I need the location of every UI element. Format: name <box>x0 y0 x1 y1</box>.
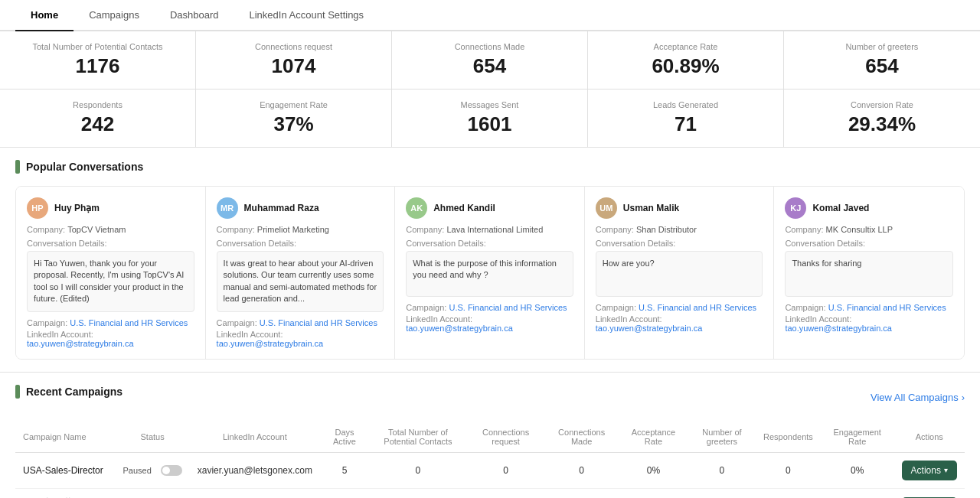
conv-details-label: Conversation Details: <box>217 239 384 248</box>
conv-linkedin: LinkedIn Account: tao.yuwen@strategybrai… <box>785 314 953 333</box>
table-column-header: Number of greeters <box>688 422 756 453</box>
campaign-actions: Actions <box>894 488 965 498</box>
main-nav: Home Campaigns Dashboard LinkedIn Accoun… <box>0 0 980 31</box>
table-column-header: Connections Made <box>544 422 619 453</box>
campaign-name: بير الشيفات في الشرق الأوسط... <box>15 488 115 498</box>
campaign-respondents: 5 <box>756 488 821 498</box>
conv-linkedin: LinkedIn Account: tao.yuwen@strategybrai… <box>217 330 384 348</box>
campaign-acceptance: 0% <box>619 452 688 488</box>
conv-linkedin: LinkedIn Account: tao.yuwen@strategybrai… <box>27 330 194 348</box>
stat-label: Number of greeters <box>799 42 965 51</box>
conv-message: What is the purpose of this information … <box>406 251 573 297</box>
stat-value: 37% <box>211 112 376 136</box>
stat-label: Leads Generated <box>603 100 768 109</box>
conversation-card[interactable]: UM Usman Malik Company: Shan Distributor… <box>585 187 775 359</box>
conv-details-label: Conversation Details: <box>27 239 194 248</box>
stat-cell: Respondents 242 <box>0 90 196 147</box>
avatar: KJ <box>785 197 806 219</box>
avatar: HP <box>27 197 48 219</box>
conv-header: MR Muhammad Raza <box>217 197 384 219</box>
conversation-card[interactable]: AK Ahmed Kandil Company: Lava Internatio… <box>395 187 585 359</box>
campaign-conn-made: 0 <box>544 452 619 488</box>
nav-home[interactable]: Home <box>15 0 74 31</box>
conversations-grid: HP Huy Phạm Company: TopCV Vietnam Conve… <box>15 186 965 360</box>
conv-message: It was great to hear about your AI-drive… <box>217 251 384 312</box>
campaign-conn-request: 53 <box>467 488 544 498</box>
conversation-card[interactable]: HP Huy Phạm Company: TopCV Vietnam Conve… <box>16 187 206 359</box>
conv-campaign: Campaign: U.S. Financial and HR Services <box>785 303 953 312</box>
campaign-greeters: 21 <box>688 488 756 498</box>
actions-button[interactable]: Actions <box>902 461 957 480</box>
nav-campaigns[interactable]: Campaigns <box>74 0 155 31</box>
stat-cell: Number of greeters 654 <box>784 31 980 89</box>
table-column-header: Engagement Rate <box>821 422 894 453</box>
stat-value: 654 <box>799 54 965 78</box>
nav-linkedin-settings[interactable]: LinkedIn Account Settings <box>234 0 380 31</box>
stat-value: 1601 <box>407 112 572 136</box>
stats-row-2: Respondents 242Engagement Rate 37%Messag… <box>0 90 980 148</box>
campaign-conn-request: 0 <box>467 452 544 488</box>
conversation-card[interactable]: MR Muhammad Raza Company: Primeliot Mark… <box>206 187 396 359</box>
conversation-card[interactable]: KJ Komal Javed Company: MK Consultix LLP… <box>774 187 964 359</box>
campaign-greeters: 0 <box>688 452 756 488</box>
conv-campaign: Campaign: U.S. Financial and HR Services <box>406 303 573 312</box>
stat-cell: Engagement Rate 37% <box>196 90 392 147</box>
campaigns-header: Recent Campaigns View All Campaigns › <box>15 385 965 411</box>
stat-label: Acceptance Rate <box>603 42 768 51</box>
table-column-header: LinkedIn Account <box>190 422 320 453</box>
conv-name: Usman Malik <box>623 203 679 213</box>
conv-header: UM Usman Malik <box>596 197 763 219</box>
stat-value: 29.34% <box>799 112 965 136</box>
conv-campaign: Campaign: U.S. Financial and HR Services <box>27 318 194 327</box>
conv-company: Company: TopCV Vietnam <box>27 225 194 234</box>
stat-value: 1176 <box>15 54 180 78</box>
conv-header: HP Huy Phạm <box>27 197 194 219</box>
nav-dashboard[interactable]: Dashboard <box>155 0 234 31</box>
title-bar-icon-2 <box>15 385 20 399</box>
campaigns-table-head: Campaign NameStatusLinkedIn AccountDays … <box>15 422 965 453</box>
conv-name: Ahmed Kandil <box>433 203 495 213</box>
conv-company: Company: Shan Distributor <box>596 225 763 234</box>
conv-header: AK Ahmed Kandil <box>406 197 573 219</box>
campaign-name: USA-Sales-Director <box>15 452 115 488</box>
stats-row-1: Total Number of Potential Contacts 1176C… <box>0 31 980 90</box>
campaign-status: Paused <box>115 488 189 498</box>
status-toggle[interactable] <box>161 465 182 476</box>
table-column-header: Campaign Name <box>15 422 115 453</box>
stat-value: 242 <box>15 112 180 136</box>
conv-details-label: Conversation Details: <box>596 239 763 248</box>
stat-cell: Conversion Rate 29.34% <box>784 90 980 147</box>
recent-campaigns-title: Recent Campaigns <box>15 385 122 399</box>
campaign-potential: 53 <box>369 488 467 498</box>
avatar: MR <box>217 197 238 219</box>
campaign-linkedin: georgie.d@strategybrain.ca <box>190 488 320 498</box>
stat-label: Respondents <box>15 100 180 109</box>
campaigns-table: Campaign NameStatusLinkedIn AccountDays … <box>15 422 965 498</box>
stat-cell: Total Number of Potential Contacts 1176 <box>0 31 196 89</box>
conv-details-label: Conversation Details: <box>785 239 953 248</box>
stat-cell: Messages Sent 1601 <box>392 90 588 147</box>
title-bar-icon <box>15 160 20 174</box>
stat-cell: Connections Made 654 <box>392 31 588 89</box>
conv-campaign: Campaign: U.S. Financial and HR Services <box>217 318 384 327</box>
popular-conversations-title: Popular Conversations <box>15 160 965 174</box>
stat-label: Conversion Rate <box>799 100 965 109</box>
campaign-engagement: 23.81% <box>821 488 894 498</box>
conv-message: How are you? <box>596 251 763 297</box>
stat-value: 1074 <box>211 54 376 78</box>
avatar: AK <box>406 197 427 219</box>
stat-label: Total Number of Potential Contacts <box>15 42 180 51</box>
table-column-header: Respondents <box>756 422 821 453</box>
conv-company: Company: MK Consultix LLP <box>785 225 953 234</box>
conv-linkedin: LinkedIn Account: tao.yuwen@strategybrai… <box>596 314 763 333</box>
campaign-days: 7 <box>320 488 369 498</box>
campaign-potential: 0 <box>369 452 467 488</box>
conv-company: Company: Primeliot Marketing <box>217 225 384 234</box>
avatar: UM <box>596 197 617 219</box>
view-all-campaigns-link[interactable]: View All Campaigns › <box>871 392 965 403</box>
stat-cell: Connections request 1074 <box>196 31 392 89</box>
stat-cell: Leads Generated 71 <box>588 90 784 147</box>
stat-cell: Acceptance Rate 60.89% <box>588 31 784 89</box>
table-column-header: Total Number of Potential Contacts <box>369 422 467 453</box>
stat-label: Engagement Rate <box>211 100 376 109</box>
